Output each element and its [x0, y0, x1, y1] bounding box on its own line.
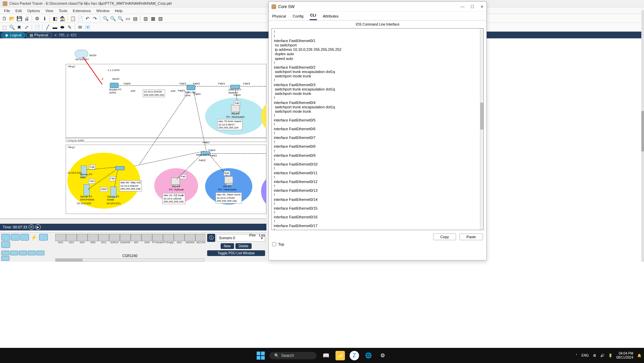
- menu-help[interactable]: Help: [112, 8, 125, 13]
- workspace-canvas[interactable]: Tầng2 Công ty SAMI Tầng1 INTERNET Se2/0 …: [0, 38, 266, 219]
- logical-tab[interactable]: ◉Logical: [1, 32, 25, 38]
- sub-category-icon[interactable]: [28, 251, 36, 255]
- sub-category-icon[interactable]: [1, 256, 9, 261]
- zoom-in-icon[interactable]: 🔍: [102, 15, 108, 22]
- sw-titlebar[interactable]: Core SW — ☐ ✕: [269, 2, 486, 12]
- tab-cli[interactable]: CLI: [310, 12, 317, 20]
- cli-terminal[interactable]: ! ! interface FastEthernet0/1 no switchp…: [271, 28, 484, 230]
- rect-icon[interactable]: ▭: [125, 15, 131, 22]
- device-model-item[interactable]: 4331: [55, 234, 66, 244]
- tray-language[interactable]: ENG: [581, 354, 589, 357]
- save-icon[interactable]: 💾: [16, 15, 22, 22]
- device-model-item[interactable]: 829: [131, 234, 141, 244]
- settings-icon[interactable]: ⚙: [34, 15, 40, 22]
- device-model-item[interactable]: 819HGW: [120, 234, 131, 244]
- line-icon[interactable]: ╱: [44, 24, 51, 30]
- zoom-reset-icon[interactable]: 🔍: [110, 15, 116, 22]
- device-model-item[interactable]: 1841: [174, 234, 185, 244]
- ellipse-icon[interactable]: ⬬: [59, 24, 65, 30]
- menu-options[interactable]: Options: [25, 8, 43, 13]
- copy-button[interactable]: Copy: [433, 233, 456, 240]
- zoom-out-icon[interactable]: 🔍: [117, 15, 123, 22]
- category-end-icon[interactable]: [39, 234, 48, 241]
- menu-edit[interactable]: Edit: [13, 8, 25, 13]
- redo-icon[interactable]: ↷: [92, 15, 98, 22]
- category-routers-icon[interactable]: [1, 234, 10, 241]
- device-model-item[interactable]: PT-Empty: [163, 234, 174, 244]
- inspect-icon[interactable]: 🔍: [9, 24, 15, 30]
- toggle-pdu-button[interactable]: Toggle PDU List Window: [207, 250, 265, 256]
- device-model-item[interactable]: 2621XM: [195, 234, 206, 244]
- switch2b[interactable]: [115, 166, 125, 170]
- device-model-item[interactable]: 2620XM: [185, 234, 195, 244]
- tab-config[interactable]: Config: [292, 13, 304, 20]
- device-model-item[interactable]: 2911: [98, 234, 109, 244]
- category-security-icon[interactable]: [1, 241, 10, 248]
- taskbar-zalo-icon[interactable]: Z: [350, 351, 359, 360]
- start-button[interactable]: [257, 352, 265, 360]
- physical-tab[interactable]: ▤Physical: [26, 32, 52, 38]
- delete-icon[interactable]: ✖: [16, 24, 22, 30]
- panel1-icon[interactable]: ▥: [142, 15, 149, 22]
- info-icon[interactable]: ℹ: [41, 15, 47, 22]
- new-button[interactable]: New: [221, 243, 234, 249]
- pc-kythuat[interactable]: [171, 178, 180, 185]
- top-checkbox[interactable]: [272, 242, 276, 246]
- scenario-info-icon[interactable]: ⓘ: [207, 234, 215, 242]
- taskbar-app-1[interactable]: 📖: [321, 351, 331, 360]
- window-scrollbar[interactable]: [641, 10, 644, 262]
- workspace-hscroll[interactable]: [0, 219, 266, 224]
- device-model-item[interactable]: 819IOX: [109, 234, 120, 244]
- close-icon[interactable]: ✕: [480, 4, 484, 9]
- activity-icon[interactable]: ◧: [52, 15, 58, 22]
- taskbar-explorer-icon[interactable]: 📁: [335, 351, 345, 360]
- menu-extensions[interactable]: Extensions: [70, 8, 94, 13]
- tab-attributes[interactable]: Attributes: [322, 13, 339, 20]
- menu-file[interactable]: File: [1, 8, 13, 13]
- server-dhcp[interactable]: [84, 184, 90, 196]
- sub-category-icon[interactable]: [36, 251, 44, 255]
- cli-scrollbar[interactable]: [480, 29, 483, 230]
- device-model-item[interactable]: 2901: [88, 234, 98, 244]
- taskbar-chrome-icon[interactable]: 🌐: [364, 351, 373, 360]
- sub-category-icon[interactable]: [19, 251, 27, 255]
- complex-pdu-icon[interactable]: 📧: [85, 24, 91, 30]
- open-file-icon[interactable]: 📂: [9, 15, 15, 22]
- category-connections-icon[interactable]: ⚡: [30, 234, 38, 241]
- pc-kinhdoanh[interactable]: [231, 105, 240, 112]
- power-cycle-icon[interactable]: ⟲: [29, 224, 34, 230]
- switch-core[interactable]: [187, 85, 195, 90]
- taskbar-search[interactable]: 🔍 Search: [269, 352, 317, 359]
- tray-notifications-icon[interactable]: 🔔: [637, 354, 641, 357]
- tray-clock[interactable]: 04:04 PM 08/11/2024: [616, 352, 633, 360]
- sub-category-icon[interactable]: [1, 251, 9, 255]
- new-file-icon[interactable]: 🗋: [1, 15, 7, 22]
- fast-forward-icon[interactable]: ▶: [35, 224, 41, 230]
- tab-physical[interactable]: Physical: [271, 13, 287, 20]
- paste-icon[interactable]: 📄: [77, 15, 83, 22]
- select-icon[interactable]: ⬚: [1, 24, 7, 30]
- copy-icon[interactable]: 📋: [70, 15, 76, 22]
- device-model-item[interactable]: 1240: [141, 234, 152, 244]
- device-list-scrollbar[interactable]: [55, 258, 204, 262]
- freeform-icon[interactable]: ✎: [67, 24, 73, 30]
- layout-icon[interactable]: ▤: [132, 15, 138, 22]
- paste-button[interactable]: Paste: [459, 233, 483, 240]
- menu-window[interactable]: Window: [94, 8, 112, 13]
- internet-cloud[interactable]: [75, 50, 88, 58]
- taskbar-app-5[interactable]: ⚙: [378, 351, 387, 360]
- resize-icon[interactable]: ⤢: [24, 24, 30, 30]
- delete-button[interactable]: Delete: [235, 243, 252, 249]
- maximize-icon[interactable]: ☐: [471, 4, 474, 9]
- note-icon[interactable]: 📄: [34, 24, 40, 30]
- panel2-icon[interactable]: ▦: [150, 15, 156, 22]
- tray-network-icon[interactable]: 🖥: [593, 354, 596, 357]
- device-model-item[interactable]: 4321: [66, 234, 77, 244]
- router-gate[interactable]: [110, 83, 119, 88]
- pc-hanhchinh[interactable]: [224, 176, 233, 184]
- minimize-icon[interactable]: —: [460, 4, 464, 9]
- device-model-item[interactable]: PT-Router: [152, 234, 163, 244]
- menu-tools[interactable]: Tools: [56, 8, 70, 13]
- tray-volume-icon[interactable]: 🔊: [600, 354, 604, 357]
- device-model-item[interactable]: 1941: [77, 234, 88, 244]
